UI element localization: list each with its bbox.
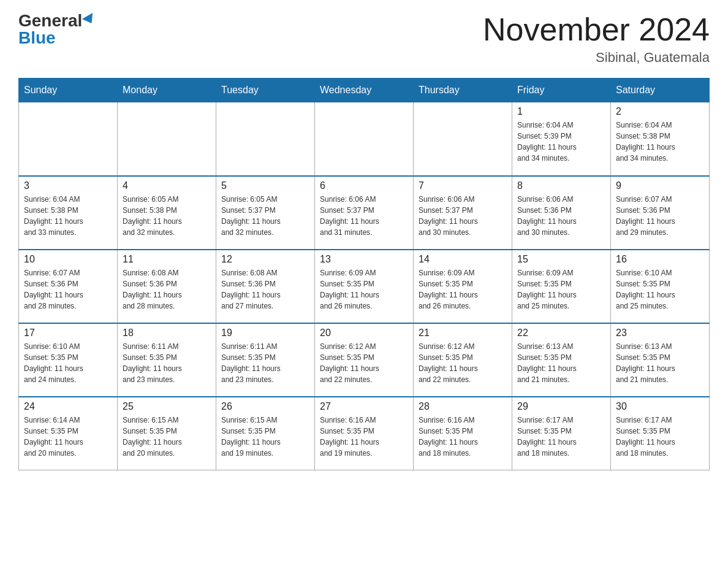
day-info: Sunrise: 6:05 AM Sunset: 5:37 PM Dayligh… [221,194,309,238]
day-info: Sunrise: 6:06 AM Sunset: 5:37 PM Dayligh… [419,194,507,238]
logo-triangle-icon [82,13,97,26]
day-number: 15 [517,254,605,265]
calendar-cell [315,102,414,176]
calendar-cell: 13Sunrise: 6:09 AM Sunset: 5:35 PM Dayli… [315,250,414,323]
day-info: Sunrise: 6:06 AM Sunset: 5:36 PM Dayligh… [517,194,605,238]
day-number: 24 [24,401,112,412]
day-info: Sunrise: 6:07 AM Sunset: 5:36 PM Dayligh… [24,267,112,312]
page-header: General Blue November 2024 Sibinal, Guat… [18,12,710,66]
calendar-cell: 17Sunrise: 6:10 AM Sunset: 5:35 PM Dayli… [19,323,118,397]
day-number: 11 [123,254,211,265]
calendar-cell: 12Sunrise: 6:08 AM Sunset: 5:36 PM Dayli… [216,250,315,323]
day-info: Sunrise: 6:16 AM Sunset: 5:35 PM Dayligh… [320,415,408,459]
calendar-cell: 21Sunrise: 6:12 AM Sunset: 5:35 PM Dayli… [414,323,512,397]
calendar-cell: 3Sunrise: 6:04 AM Sunset: 5:38 PM Daylig… [19,176,118,250]
day-number: 13 [320,254,408,265]
day-number: 29 [517,401,605,412]
calendar-cell: 29Sunrise: 6:17 AM Sunset: 5:35 PM Dayli… [512,397,611,470]
calendar-cell: 30Sunrise: 6:17 AM Sunset: 5:35 PM Dayli… [611,397,710,470]
day-number: 1 [517,106,605,117]
calendar-cell: 5Sunrise: 6:05 AM Sunset: 5:37 PM Daylig… [216,176,315,250]
day-info: Sunrise: 6:09 AM Sunset: 5:35 PM Dayligh… [320,267,408,312]
day-info: Sunrise: 6:04 AM Sunset: 5:38 PM Dayligh… [24,194,112,238]
day-number: 16 [616,254,704,265]
calendar-header-sunday: Sunday [19,79,118,102]
calendar-week-row: 10Sunrise: 6:07 AM Sunset: 5:36 PM Dayli… [19,250,710,323]
calendar-header-saturday: Saturday [611,79,710,102]
day-number: 19 [221,327,309,339]
day-info: Sunrise: 6:14 AM Sunset: 5:35 PM Dayligh… [24,415,112,459]
day-info: Sunrise: 6:15 AM Sunset: 5:35 PM Dayligh… [123,415,211,459]
day-number: 6 [320,180,408,191]
calendar-cell: 7Sunrise: 6:06 AM Sunset: 5:37 PM Daylig… [414,176,512,250]
day-info: Sunrise: 6:17 AM Sunset: 5:35 PM Dayligh… [616,415,704,459]
calendar-week-row: 17Sunrise: 6:10 AM Sunset: 5:35 PM Dayli… [19,323,710,397]
calendar-header-friday: Friday [512,79,611,102]
calendar-cell: 8Sunrise: 6:06 AM Sunset: 5:36 PM Daylig… [512,176,611,250]
calendar-cell [19,102,118,176]
calendar-table: SundayMondayTuesdayWednesdayThursdayFrid… [18,78,710,470]
day-number: 18 [123,327,211,339]
day-number: 28 [419,401,507,412]
calendar-week-row: 1Sunrise: 6:04 AM Sunset: 5:39 PM Daylig… [19,102,710,176]
title-area: November 2024 Sibinal, Guatemala [483,12,710,66]
day-number: 8 [517,180,605,191]
day-info: Sunrise: 6:06 AM Sunset: 5:37 PM Dayligh… [320,194,408,238]
day-info: Sunrise: 6:11 AM Sunset: 5:35 PM Dayligh… [221,341,309,385]
day-number: 5 [221,180,309,191]
day-info: Sunrise: 6:10 AM Sunset: 5:35 PM Dayligh… [616,267,704,312]
calendar-cell: 27Sunrise: 6:16 AM Sunset: 5:35 PM Dayli… [315,397,414,470]
logo-general-text: General [18,12,82,29]
day-number: 25 [123,401,211,412]
calendar-header-tuesday: Tuesday [216,79,315,102]
day-info: Sunrise: 6:15 AM Sunset: 5:35 PM Dayligh… [221,415,309,459]
calendar-cell: 2Sunrise: 6:04 AM Sunset: 5:38 PM Daylig… [611,102,710,176]
calendar-cell: 16Sunrise: 6:10 AM Sunset: 5:35 PM Dayli… [611,250,710,323]
calendar-cell: 19Sunrise: 6:11 AM Sunset: 5:35 PM Dayli… [216,323,315,397]
day-number: 22 [517,327,605,339]
day-info: Sunrise: 6:13 AM Sunset: 5:35 PM Dayligh… [616,341,704,385]
day-number: 27 [320,401,408,412]
month-title: November 2024 [483,12,710,47]
calendar-cell [216,102,315,176]
day-info: Sunrise: 6:12 AM Sunset: 5:35 PM Dayligh… [320,341,408,385]
calendar-cell: 23Sunrise: 6:13 AM Sunset: 5:35 PM Dayli… [611,323,710,397]
day-info: Sunrise: 6:07 AM Sunset: 5:36 PM Dayligh… [616,194,704,238]
calendar-cell: 26Sunrise: 6:15 AM Sunset: 5:35 PM Dayli… [216,397,315,470]
day-number: 23 [616,327,704,339]
day-number: 3 [24,180,112,191]
calendar-cell: 10Sunrise: 6:07 AM Sunset: 5:36 PM Dayli… [19,250,118,323]
day-number: 20 [320,327,408,339]
calendar-cell: 22Sunrise: 6:13 AM Sunset: 5:35 PM Dayli… [512,323,611,397]
day-info: Sunrise: 6:17 AM Sunset: 5:35 PM Dayligh… [517,415,605,459]
day-number: 14 [419,254,507,265]
calendar-cell: 15Sunrise: 6:09 AM Sunset: 5:35 PM Dayli… [512,250,611,323]
day-number: 10 [24,254,112,265]
location-title: Sibinal, Guatemala [483,50,710,66]
calendar-cell: 28Sunrise: 6:16 AM Sunset: 5:35 PM Dayli… [414,397,512,470]
day-number: 21 [419,327,507,339]
day-info: Sunrise: 6:11 AM Sunset: 5:35 PM Dayligh… [123,341,211,385]
day-info: Sunrise: 6:10 AM Sunset: 5:35 PM Dayligh… [24,341,112,385]
calendar-cell: 24Sunrise: 6:14 AM Sunset: 5:35 PM Dayli… [19,397,118,470]
day-info: Sunrise: 6:04 AM Sunset: 5:39 PM Dayligh… [517,120,605,164]
day-number: 2 [616,106,704,117]
day-info: Sunrise: 6:04 AM Sunset: 5:38 PM Dayligh… [616,120,704,164]
calendar-cell: 9Sunrise: 6:07 AM Sunset: 5:36 PM Daylig… [611,176,710,250]
day-info: Sunrise: 6:13 AM Sunset: 5:35 PM Dayligh… [517,341,605,385]
day-number: 17 [24,327,112,339]
day-number: 7 [419,180,507,191]
logo-blue-text: Blue [18,29,56,47]
calendar-header-row: SundayMondayTuesdayWednesdayThursdayFrid… [19,79,710,102]
calendar-cell: 1Sunrise: 6:04 AM Sunset: 5:39 PM Daylig… [512,102,611,176]
calendar-cell: 6Sunrise: 6:06 AM Sunset: 5:37 PM Daylig… [315,176,414,250]
day-info: Sunrise: 6:08 AM Sunset: 5:36 PM Dayligh… [123,267,211,312]
calendar-week-row: 24Sunrise: 6:14 AM Sunset: 5:35 PM Dayli… [19,397,710,470]
day-number: 30 [616,401,704,412]
calendar-cell: 20Sunrise: 6:12 AM Sunset: 5:35 PM Dayli… [315,323,414,397]
day-info: Sunrise: 6:08 AM Sunset: 5:36 PM Dayligh… [221,267,309,312]
day-info: Sunrise: 6:09 AM Sunset: 5:35 PM Dayligh… [517,267,605,312]
calendar-cell: 11Sunrise: 6:08 AM Sunset: 5:36 PM Dayli… [118,250,216,323]
calendar-header-monday: Monday [118,79,216,102]
calendar-cell: 14Sunrise: 6:09 AM Sunset: 5:35 PM Dayli… [414,250,512,323]
